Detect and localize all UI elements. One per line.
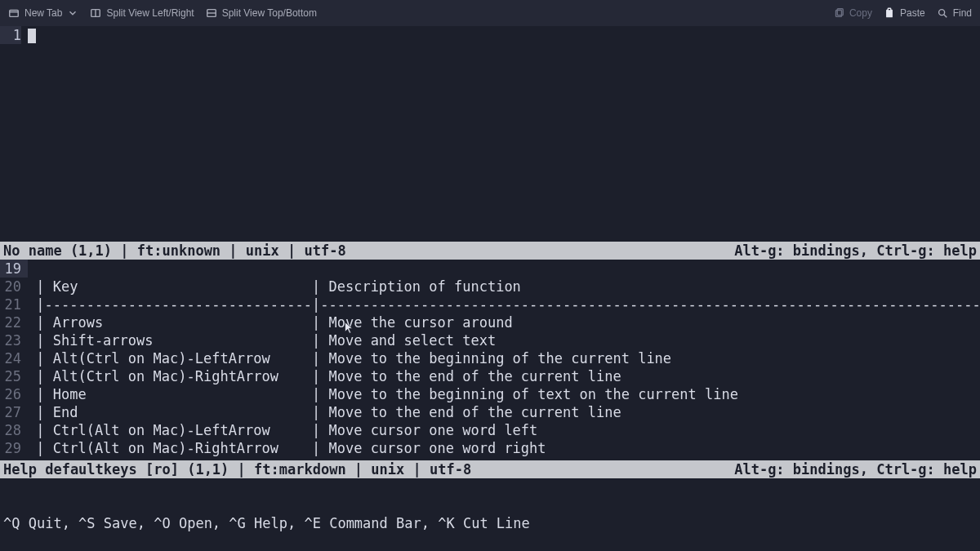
statusbar-top: No name (1,1) | ft:unknown | unix | utf-… — [0, 242, 980, 260]
help-row: 25 | Alt(Ctrl on Mac)-RightArrow | Move … — [0, 367, 980, 385]
help-text: | Arrows | Move the cursor around — [28, 313, 980, 331]
help-text: | Ctrl(Alt on Mac)-RightArrow | Move cur… — [28, 439, 980, 457]
toolbar-right: Copy Paste Find — [833, 7, 972, 19]
svg-point-10 — [938, 10, 944, 16]
find-button[interactable]: Find — [937, 7, 972, 19]
line-number: 19 — [0, 260, 28, 278]
line-number: 1 — [0, 26, 21, 44]
line-number: 29 — [0, 439, 28, 457]
line-number: 20 — [0, 278, 28, 295]
help-text: | Key | Description of function — [28, 278, 980, 295]
new-tab-button[interactable]: New Tab — [8, 7, 78, 19]
status-left-bottom: Help defaultkeys [ro] (1,1) | ft:markdow… — [3, 460, 471, 478]
line-number: 27 — [0, 403, 28, 421]
help-text: | End | Move to the end of the current l… — [28, 403, 980, 421]
paste-label: Paste — [900, 7, 925, 19]
command-bar: ^Q Quit, ^S Save, ^O Open, ^G Help, ^E C… — [0, 478, 980, 514]
find-label: Find — [953, 7, 972, 19]
split-lr-icon — [90, 7, 101, 19]
status-left-top: No name (1,1) | ft:unknown | unix | utf-… — [3, 242, 346, 260]
new-tab-label: New Tab — [24, 7, 62, 19]
help-row: 28 | Ctrl(Alt on Mac)-LeftArrow | Move c… — [0, 421, 980, 439]
gutter-top: 1 — [0, 26, 28, 242]
editor-pane-top[interactable]: 1 — [0, 26, 980, 242]
chevron-down-icon — [67, 7, 78, 19]
status-right-bottom: Alt-g: bindings, Ctrl-g: help — [734, 460, 977, 478]
svg-rect-9 — [888, 8, 891, 11]
editor-content-top[interactable] — [28, 26, 980, 242]
help-text: | Ctrl(Alt on Mac)-LeftArrow | Move curs… — [28, 421, 980, 439]
text-cursor — [28, 29, 36, 43]
help-text: | Alt(Ctrl on Mac)-LeftArrow | Move to t… — [28, 349, 980, 367]
help-text: | Home | Move to the beginning of text o… — [28, 385, 980, 403]
split-tb-button[interactable]: Split View Top/Bottom — [206, 7, 317, 19]
help-text: | Alt(Ctrl on Mac)-RightArrow | Move to … — [28, 367, 980, 385]
split-lr-button[interactable]: Split View Left/Right — [90, 7, 194, 19]
paste-button[interactable]: Paste — [884, 7, 925, 19]
line-number: 21 — [0, 295, 28, 313]
help-row: 21 |--------------------------------|---… — [0, 295, 980, 313]
split-tb-icon — [206, 7, 217, 19]
toolbar-left: New Tab Split View Left/Right Split View… — [8, 7, 317, 19]
copy-icon — [833, 7, 844, 19]
help-row: 20 | Key | Description of function — [0, 278, 980, 295]
search-icon — [937, 7, 948, 19]
help-text: |--------------------------------|------… — [28, 295, 980, 313]
svg-rect-0 — [10, 11, 19, 17]
status-right-top: Alt-g: bindings, Ctrl-g: help — [734, 242, 977, 260]
help-row: 26 | Home | Move to the beginning of tex… — [0, 385, 980, 403]
line-number: 24 — [0, 349, 28, 367]
split-tb-label: Split View Top/Bottom — [222, 7, 317, 19]
statusbar-bottom: Help defaultkeys [ro] (1,1) | ft:markdow… — [0, 460, 980, 478]
line-number: 23 — [0, 331, 28, 349]
line-number: 26 — [0, 385, 28, 403]
help-text — [28, 260, 980, 278]
help-content: 1920 | Key | Description of function21 |… — [0, 260, 980, 460]
editor-pane-bottom[interactable]: 1920 | Key | Description of function21 |… — [0, 260, 980, 460]
line-number: 28 — [0, 421, 28, 439]
help-row: 24 | Alt(Ctrl on Mac)-LeftArrow | Move t… — [0, 349, 980, 367]
help-row: 27 | End | Move to the end of the curren… — [0, 403, 980, 421]
help-row: 29 | Ctrl(Alt on Mac)-RightArrow | Move … — [0, 439, 980, 457]
copy-button[interactable]: Copy — [833, 7, 872, 19]
help-row: 19 — [0, 260, 980, 278]
help-text: | Shift-arrows | Move and select text — [28, 331, 980, 349]
new-tab-icon — [8, 7, 20, 19]
copy-label: Copy — [849, 7, 872, 19]
help-row: 23 | Shift-arrows | Move and select text — [0, 331, 980, 349]
svg-line-11 — [943, 15, 947, 18]
split-lr-label: Split View Left/Right — [106, 7, 194, 19]
paste-icon — [884, 7, 895, 19]
toolbar: New Tab Split View Left/Right Split View… — [0, 0, 980, 26]
help-row: 22 | Arrows | Move the cursor around — [0, 313, 980, 331]
line-number: 25 — [0, 367, 28, 385]
line-number: 22 — [0, 313, 28, 331]
